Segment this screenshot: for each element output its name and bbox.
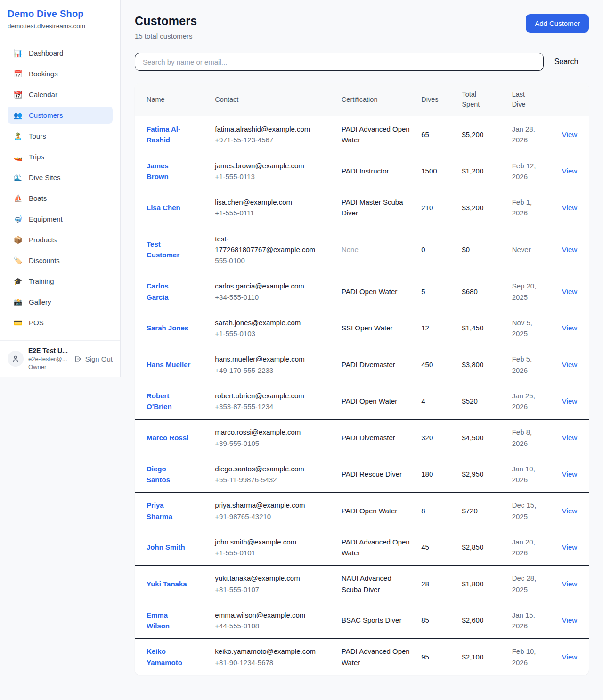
total-spent-cell: $520 <box>462 383 512 420</box>
sidebar-item-customers[interactable]: 👥Customers <box>8 107 113 124</box>
certification-cell: PADI Rescue Diver <box>342 456 421 493</box>
customer-name-link[interactable]: Hans Mueller <box>147 359 190 370</box>
customer-name-link[interactable]: John Smith <box>147 542 185 552</box>
view-link[interactable]: View <box>562 580 577 588</box>
customer-email: keiko.yamamoto@example.com <box>215 646 319 657</box>
view-link[interactable]: View <box>562 543 577 551</box>
view-link[interactable]: View <box>562 434 577 442</box>
dives-cell: 45 <box>421 529 462 566</box>
view-link[interactable]: View <box>562 507 577 515</box>
sidebar-item-pos[interactable]: 💳POS <box>8 314 113 331</box>
view-cell: View <box>562 529 589 566</box>
customer-name-link[interactable]: Lisa Chen <box>147 202 180 213</box>
view-link[interactable]: View <box>562 397 577 405</box>
sidebar-item-gallery[interactable]: 📸Gallery <box>8 293 113 310</box>
view-link[interactable]: View <box>562 246 577 254</box>
dives-cell: 95 <box>421 639 462 675</box>
last-dive-cell: Sep 20, 2025 <box>512 273 562 310</box>
customer-contact-cell: sarah.jones@example.com+1-555-0103 <box>215 310 342 346</box>
sidebar-item-label: Calendar <box>29 91 57 99</box>
column-header-certification: Certification <box>342 83 421 116</box>
table-row: Hans Muellerhans.mueller@example.com+49-… <box>135 346 589 383</box>
certification: None <box>342 244 410 255</box>
customer-name-link[interactable]: Fatima Al-Rashid <box>147 124 191 146</box>
dives-cell: 8 <box>421 493 462 529</box>
customer-contact-cell: hans.mueller@example.com+49-170-555-2233 <box>215 346 342 383</box>
customer-email: john.smith@example.com <box>215 536 319 547</box>
dives-cell: 4 <box>421 383 462 420</box>
sidebar-item-tours[interactable]: 🏝️Tours <box>8 127 113 144</box>
customer-name-link[interactable]: Priya Sharma <box>147 500 191 522</box>
search-input[interactable] <box>135 53 544 71</box>
customer-name-link[interactable]: Carlos Garcia <box>147 280 191 303</box>
certification: PADI Open Water <box>342 395 410 406</box>
certification: BSAC Sports Diver <box>342 615 410 626</box>
sign-out-button[interactable]: Sign Out <box>74 355 113 363</box>
sidebar-item-discounts[interactable]: 🏷️Discounts <box>8 252 113 269</box>
sidebar-item-trips[interactable]: 🚤Trips <box>8 148 113 165</box>
user-role: Owner <box>28 363 69 371</box>
customer-phone: +81-90-1234-5678 <box>215 657 319 668</box>
view-cell: View <box>562 639 589 675</box>
speedboat-icon: 🚤 <box>13 153 23 160</box>
customer-phone: +34-555-0110 <box>215 292 319 303</box>
table-row: Lisa Chenlisa.chen@example.com+1-555-011… <box>135 189 589 226</box>
certification: PADI Rescue Diver <box>342 469 410 479</box>
customer-phone: +353-87-555-1234 <box>215 401 319 412</box>
view-link[interactable]: View <box>562 324 577 332</box>
bar-chart-icon: 📊 <box>13 49 23 57</box>
customer-name-link[interactable]: James Brown <box>147 160 191 182</box>
customer-name-link[interactable]: Marco Rossi <box>147 432 188 443</box>
customer-name-link[interactable]: Yuki Tanaka <box>147 578 187 589</box>
customer-count: 15 total customers <box>135 32 197 40</box>
view-cell: View <box>562 456 589 493</box>
table-row: James Brownjames.brown@example.com+1-555… <box>135 153 589 189</box>
view-link[interactable]: View <box>562 653 577 661</box>
graduation-cap-icon: 🎓 <box>13 278 23 285</box>
sidebar-item-boats[interactable]: ⛵Boats <box>8 189 113 206</box>
sidebar-item-bookings[interactable]: 📅Bookings <box>8 65 113 82</box>
total-spent-cell: $2,950 <box>462 456 512 493</box>
customer-email: diego.santos@example.com <box>215 463 319 474</box>
view-link[interactable]: View <box>562 361 577 369</box>
sidebar-item-label: Discounts <box>29 256 60 264</box>
customer-contact-cell: carlos.garcia@example.com+34-555-0110 <box>215 273 342 310</box>
sidebar-item-equipment[interactable]: 🤿Equipment <box>8 210 113 227</box>
people-icon: 👥 <box>13 112 23 119</box>
customer-name-link[interactable]: Test Customer <box>147 239 191 261</box>
customer-phone: +81-555-0107 <box>215 584 319 595</box>
search-button[interactable]: Search <box>544 58 589 66</box>
view-link[interactable]: View <box>562 204 577 212</box>
certification: PADI Advanced Open Water <box>342 536 410 559</box>
tag-icon: 🏷️ <box>13 257 23 264</box>
spiral-calendar-icon: 📆 <box>13 91 23 98</box>
customer-name-link[interactable]: Keiko Yamamoto <box>147 646 191 668</box>
add-customer-button[interactable]: Add Customer <box>526 14 589 33</box>
customer-name-link[interactable]: Emma Wilson <box>147 609 191 632</box>
view-link[interactable]: View <box>562 470 577 478</box>
table-row: Carlos Garciacarlos.garcia@example.com+3… <box>135 273 589 310</box>
sidebar-item-training[interactable]: 🎓Training <box>8 272 113 289</box>
view-link[interactable]: View <box>562 131 577 139</box>
view-cell: View <box>562 116 589 153</box>
sidebar-item-calendar[interactable]: 📆Calendar <box>8 86 113 103</box>
view-cell: View <box>562 273 589 310</box>
sidebar-item-dive-sites[interactable]: 🌊Dive Sites <box>8 169 113 186</box>
sidebar-item-dashboard[interactable]: 📊Dashboard <box>8 44 113 61</box>
view-link[interactable]: View <box>562 616 577 624</box>
customer-name-cell: Robert O'Brien <box>135 383 215 420</box>
view-link[interactable]: View <box>562 288 577 296</box>
certification-cell: NAUI Advanced Scuba Diver <box>342 566 421 602</box>
customer-phone: 555-0100 <box>215 255 319 266</box>
customer-contact-cell: john.smith@example.com+1-555-0101 <box>215 529 342 566</box>
last-dive-cell: Dec 15, 2025 <box>512 493 562 529</box>
customer-name-cell: Hans Mueller <box>135 346 215 383</box>
customer-name-link[interactable]: Sarah Jones <box>147 322 188 333</box>
customer-name-cell: Lisa Chen <box>135 189 215 226</box>
customer-name-link[interactable]: Robert O'Brien <box>147 390 191 412</box>
sidebar-item-label: Training <box>29 277 54 285</box>
customer-name-link[interactable]: Diego Santos <box>147 463 191 486</box>
view-link[interactable]: View <box>562 167 577 175</box>
sidebar-item-products[interactable]: 📦Products <box>8 231 113 248</box>
customer-contact-cell: test-1772681807767@example.com555-0100 <box>215 226 342 273</box>
